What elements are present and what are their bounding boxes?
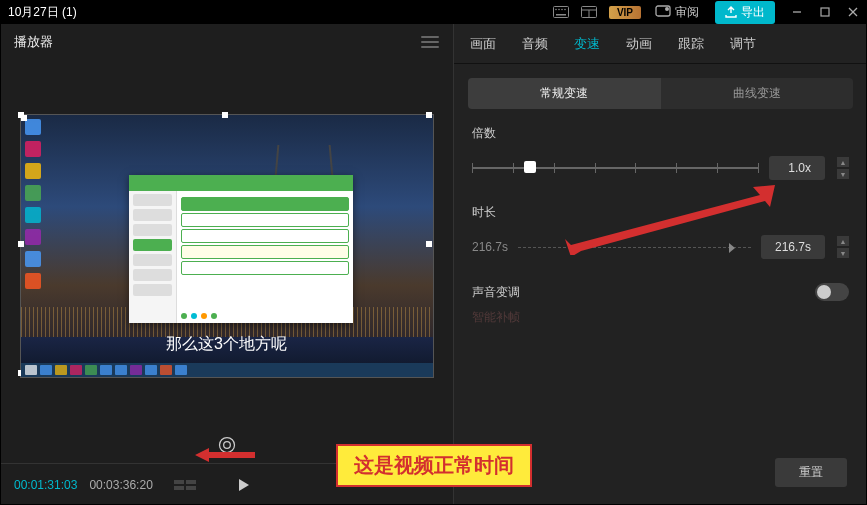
property-tabs: 画面 音频 变速 动画 跟踪 调节 [454,24,867,64]
project-title: 10月27日 (1) [8,4,77,21]
close-button[interactable] [839,0,867,24]
video-caption: 那么这3个地方呢 [21,334,433,355]
review-icon [655,4,671,20]
play-button[interactable] [239,479,249,491]
minimize-button[interactable] [783,0,811,24]
speed-multiplier-label: 倍数 [472,125,849,142]
duration-current: 216.7s [472,240,508,254]
time-current: 00:01:31:03 [14,478,77,492]
duration-down-button[interactable]: ▼ [837,248,849,258]
svg-point-4 [561,9,563,11]
svg-rect-0 [553,7,568,18]
pitch-toggle[interactable] [815,283,849,301]
title-bar: 10月27日 (1) VIP 审阅 导出 [0,0,867,24]
svg-rect-12 [821,8,829,16]
pitch-label: 声音变调 [472,284,520,301]
svg-point-10 [665,7,669,11]
speed-value[interactable]: 1.0x [769,156,825,180]
speed-spinner: ▲ ▼ [837,156,849,180]
duration-label: 时长 [472,204,849,221]
reset-button[interactable]: 重置 [775,458,847,487]
svg-point-3 [558,9,560,11]
player-menu-icon[interactable] [421,36,439,48]
review-button[interactable]: 审阅 [655,4,699,21]
speed-slider[interactable] [472,167,759,169]
svg-point-2 [555,9,557,11]
tab-picture[interactable]: 画面 [470,35,496,53]
review-label: 审阅 [675,4,699,21]
player-panel: 播放器 那么这3个地方呢 [0,24,454,505]
duration-handle[interactable] [729,243,735,253]
duration-value[interactable]: 216.7s [761,235,825,259]
speed-subtabs: 常规变速 曲线变速 [468,78,853,109]
subtab-normal-speed[interactable]: 常规变速 [468,78,661,109]
svg-point-15 [219,438,234,453]
svg-point-16 [223,442,230,449]
duration-up-button[interactable]: ▲ [837,236,849,246]
smooth-frames-label: 智能补帧 [454,309,867,326]
vip-badge[interactable]: VIP [609,6,641,19]
duration-spinner: ▲ ▼ [837,235,849,259]
tab-adjust[interactable]: 调节 [730,35,756,53]
export-label: 导出 [741,4,765,21]
time-total: 00:03:36:20 [89,478,152,492]
speed-up-button[interactable]: ▲ [837,157,849,167]
tab-animation[interactable]: 动画 [626,35,652,53]
properties-panel: 画面 音频 变速 动画 跟踪 调节 常规变速 曲线变速 倍数 1.0x ▲ ▼ [454,24,867,505]
annotation-callout: 这是视频正常时间 [336,444,532,487]
keyboard-icon[interactable] [547,0,575,24]
player-title: 播放器 [14,33,53,51]
export-button[interactable]: 导出 [715,1,775,24]
duration-track[interactable] [518,247,751,248]
tab-speed[interactable]: 变速 [574,35,600,53]
tab-tracking[interactable]: 跟踪 [678,35,704,53]
layout-icon[interactable] [575,0,603,24]
svg-rect-1 [556,14,566,16]
speed-slider-thumb[interactable] [524,161,536,173]
video-preview[interactable]: 那么这3个地方呢 [20,114,434,378]
subtab-curve-speed[interactable]: 曲线变速 [661,78,854,109]
tab-audio[interactable]: 音频 [522,35,548,53]
speed-down-button[interactable]: ▼ [837,169,849,179]
svg-point-5 [564,9,566,11]
maximize-button[interactable] [811,0,839,24]
segment-icon[interactable] [173,479,197,491]
export-icon [725,6,737,18]
